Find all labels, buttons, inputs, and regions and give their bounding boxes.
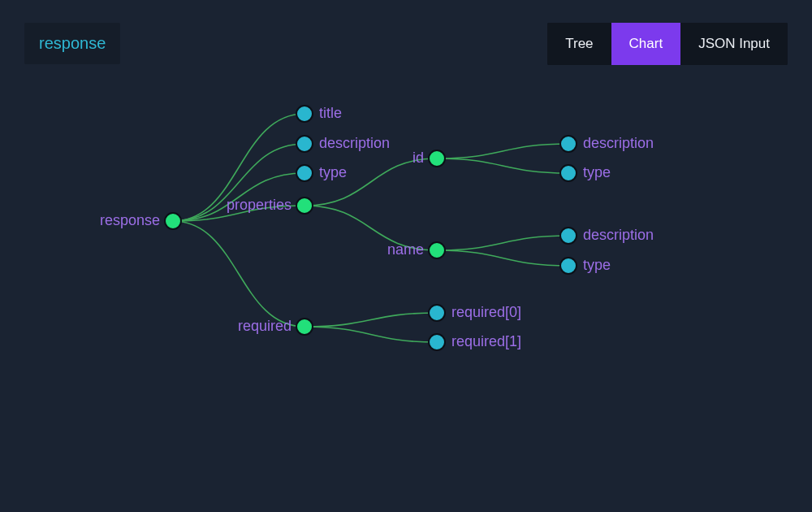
tree-node-label: type xyxy=(583,257,611,274)
tab-chart[interactable]: Chart xyxy=(611,23,681,65)
tree-edge xyxy=(304,327,437,342)
view-mode-tabs: Tree Chart JSON Input xyxy=(547,23,788,65)
tree-node-required[interactable] xyxy=(296,319,313,335)
tree-node-label: required[0] xyxy=(451,304,521,321)
tree-node-id[interactable] xyxy=(429,150,445,167)
tab-tree[interactable]: Tree xyxy=(547,23,611,65)
tree-node-label: properties xyxy=(227,197,292,214)
tree-edge xyxy=(173,221,304,327)
tree-node-label: description xyxy=(583,227,654,244)
tree-edge xyxy=(304,313,437,327)
tree-node-label: name xyxy=(387,241,424,258)
tab-json-input[interactable]: JSON Input xyxy=(680,23,788,65)
tree-edge xyxy=(437,158,568,173)
tree-node-label: type xyxy=(319,164,347,181)
tree-node-id_desc[interactable] xyxy=(560,136,577,152)
tree-node-type[interactable] xyxy=(296,165,313,181)
tree-node-label: id xyxy=(412,150,424,167)
tree-edge xyxy=(437,236,568,250)
header-bar: response Tree Chart JSON Input xyxy=(0,0,812,65)
tree-edge xyxy=(437,250,568,266)
tree-node-name[interactable] xyxy=(429,242,445,258)
tree-node-label: required[1] xyxy=(451,333,521,350)
tree-node-label: description xyxy=(319,135,390,152)
tree-node-required0[interactable] xyxy=(429,305,445,321)
tree-node-properties[interactable] xyxy=(296,197,313,214)
schema-title-chip[interactable]: response xyxy=(24,23,120,64)
tree-node-description[interactable] xyxy=(296,136,313,152)
tree-node-id_type[interactable] xyxy=(560,165,577,181)
tree-node-label: required xyxy=(238,318,292,335)
tree-node-response[interactable] xyxy=(165,213,181,229)
tree-node-name_type[interactable] xyxy=(560,258,577,274)
tree-node-label: description xyxy=(583,135,654,152)
tree-node-name_desc[interactable] xyxy=(560,228,577,244)
tree-node-label: title xyxy=(319,105,342,122)
tree-node-required1[interactable] xyxy=(429,334,445,350)
tree-node-label: response xyxy=(100,212,160,229)
tree-node-title[interactable] xyxy=(296,106,313,122)
tree-node-label: type xyxy=(583,164,611,181)
tree-edge xyxy=(437,144,568,158)
